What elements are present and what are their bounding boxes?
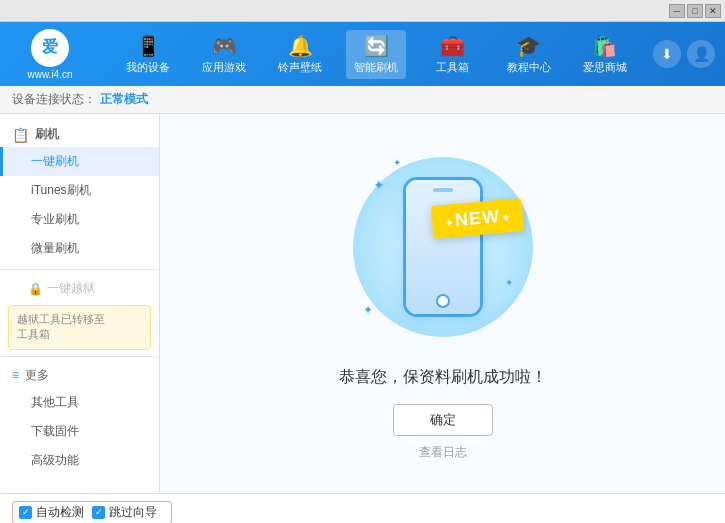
download-button[interactable]: ⬇: [653, 40, 681, 68]
title-bar-buttons: ─ □ ✕: [669, 4, 721, 18]
sidebar-item-jailbreak-disabled: 🔒 一键越狱: [0, 276, 159, 301]
sidebar-item-download-fw[interactable]: 下载固件: [0, 417, 159, 446]
sidebar-item-other-tools[interactable]: 其他工具: [0, 388, 159, 417]
skip-wizard-label: 跳过向导: [109, 504, 157, 521]
jailbreak-label: 一键越狱: [47, 280, 95, 297]
auto-detect-label: 自动检测: [36, 504, 84, 521]
logo-area: 爱 www.i4.cn: [10, 29, 90, 80]
sparkle-2: ✦: [393, 157, 401, 168]
flash-icon: 🔄: [364, 34, 389, 58]
phone-speaker: [433, 188, 453, 192]
sidebar-item-advanced[interactable]: 高级功能: [0, 446, 159, 475]
main-layout: 📋 刷机 一键刷机 iTunes刷机 专业刷机 微量刷机 🔒 一键越狱 越狱工具…: [0, 114, 725, 493]
sidebar-item-one-click[interactable]: 一键刷机: [0, 147, 159, 176]
nav-my-device-label: 我的设备: [126, 60, 170, 75]
nav-shop-label: 爱思商城: [583, 60, 627, 75]
more-section-icon: ≡: [12, 368, 19, 382]
sidebar-divider-1: [0, 269, 159, 270]
sidebar: 📋 刷机 一键刷机 iTunes刷机 专业刷机 微量刷机 🔒 一键越狱 越狱工具…: [0, 114, 160, 493]
sidebar-section-flash-label: 刷机: [35, 126, 59, 143]
phone-home-button: [436, 294, 450, 308]
confirm-button[interactable]: 确定: [393, 404, 493, 436]
device-bar: ✓ 自动检测 ✓ 跳过向导 📱 iPhone 12 mini 64GB Down…: [0, 493, 725, 523]
jailbreak-notice: 越狱工具已转移至工具箱: [8, 305, 151, 350]
sidebar-item-micro[interactable]: 微量刷机: [0, 234, 159, 263]
flash-section-icon: 📋: [12, 127, 29, 143]
nav-ringtone[interactable]: 🔔 铃声壁纸: [270, 30, 330, 79]
nav-app-game-label: 应用游戏: [202, 60, 246, 75]
device-left-panel: ✓ 自动检测 ✓ 跳过向导 📱 iPhone 12 mini 64GB Down…: [12, 501, 172, 524]
phone-illustration: [403, 177, 483, 317]
sidebar-item-pro[interactable]: 专业刷机: [0, 205, 159, 234]
logo-icon: 爱: [31, 29, 69, 67]
header-actions: ⬇ 👤: [653, 40, 715, 68]
nav-bar: 📱 我的设备 🎮 应用游戏 🔔 铃声壁纸 🔄 智能刷机 🧰 工具箱 🎓 教程中心…: [110, 30, 643, 79]
toolbox-icon: 🧰: [440, 34, 465, 58]
tutorial-icon: 🎓: [516, 34, 541, 58]
maximize-button[interactable]: □: [687, 4, 703, 18]
nav-app-game[interactable]: 🎮 应用游戏: [194, 30, 254, 79]
nav-toolbox-label: 工具箱: [436, 60, 469, 75]
nav-tutorial-label: 教程中心: [507, 60, 551, 75]
skip-wizard-box[interactable]: ✓: [92, 506, 105, 519]
my-device-icon: 📱: [136, 34, 161, 58]
jailbreak-notice-text: 越狱工具已转移至工具箱: [17, 313, 105, 340]
log-link[interactable]: 查看日志: [419, 444, 467, 461]
shop-icon: 🛍️: [592, 34, 617, 58]
logo-url: www.i4.cn: [27, 69, 72, 80]
content-area: NEW ✦ ✦ ✦ ✦ 恭喜您，保资料刷机成功啦！ 确定 查看日志: [160, 114, 725, 493]
nav-toolbox[interactable]: 🧰 工具箱: [423, 30, 483, 79]
checkbox-row: ✓ 自动检测 ✓ 跳过向导: [12, 501, 172, 524]
header: 爱 www.i4.cn 📱 我的设备 🎮 应用游戏 🔔 铃声壁纸 🔄 智能刷机 …: [0, 22, 725, 86]
sparkle-1: ✦: [373, 177, 385, 193]
lock-icon: 🔒: [28, 282, 43, 296]
auto-detect-checkbox[interactable]: ✓ 自动检测: [19, 504, 84, 521]
sidebar-item-itunes[interactable]: iTunes刷机: [0, 176, 159, 205]
sidebar-divider-2: [0, 356, 159, 357]
nav-flash-label: 智能刷机: [354, 60, 398, 75]
nav-flash[interactable]: 🔄 智能刷机: [346, 30, 406, 79]
check-icon-2: ✓: [95, 508, 103, 517]
sparkle-4: ✦: [363, 303, 373, 317]
status-bar: 设备连接状态： 正常模式: [0, 86, 725, 114]
success-text: 恭喜您，保资料刷机成功啦！: [339, 367, 547, 388]
success-illustration: NEW ✦ ✦ ✦ ✦: [343, 147, 543, 347]
nav-shop[interactable]: 🛍️ 爱思商城: [575, 30, 635, 79]
user-button[interactable]: 👤: [687, 40, 715, 68]
sidebar-section-more: ≡ 更多: [0, 363, 159, 388]
check-icon-1: ✓: [22, 508, 30, 517]
status-value: 正常模式: [100, 91, 148, 108]
ringtone-icon: 🔔: [288, 34, 313, 58]
title-bar: ─ □ ✕: [0, 0, 725, 22]
sparkle-3: ✦: [505, 277, 513, 288]
sidebar-section-flash: 📋 刷机: [0, 122, 159, 147]
sidebar-more-label: 更多: [25, 367, 49, 384]
auto-detect-box[interactable]: ✓: [19, 506, 32, 519]
nav-tutorial[interactable]: 🎓 教程中心: [499, 30, 559, 79]
close-button[interactable]: ✕: [705, 4, 721, 18]
minimize-button[interactable]: ─: [669, 4, 685, 18]
skip-wizard-checkbox[interactable]: ✓ 跳过向导: [92, 504, 157, 521]
app-game-icon: 🎮: [212, 34, 237, 58]
nav-my-device[interactable]: 📱 我的设备: [118, 30, 178, 79]
status-label: 设备连接状态：: [12, 91, 96, 108]
nav-ringtone-label: 铃声壁纸: [278, 60, 322, 75]
